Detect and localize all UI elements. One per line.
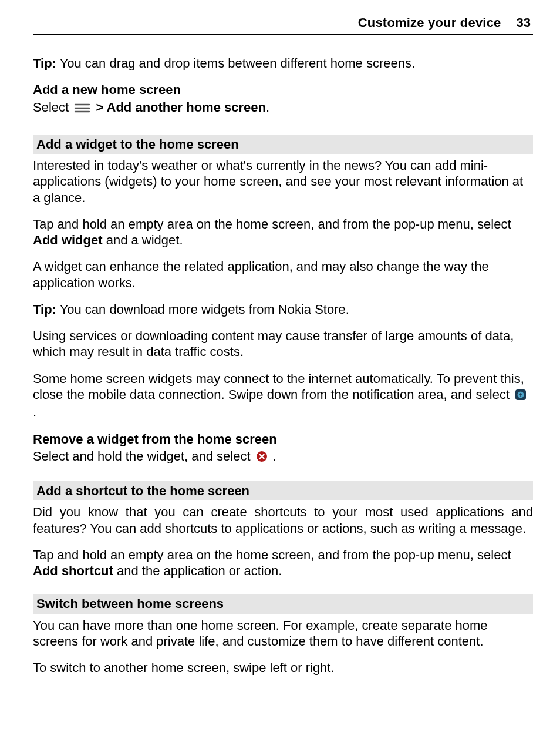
header-title: Customize your device (358, 15, 501, 31)
header-page-number: 33 (517, 15, 531, 31)
menu-item-add-another: Add another home screen (107, 100, 266, 115)
add-widget-intro: Interested in today's weather or what's … (33, 157, 533, 206)
document-page: Customize your device 33 Tip: You can dr… (0, 0, 560, 710)
select-text: Select (33, 100, 72, 115)
step-pre: Tap and hold an empty area on the home s… (33, 547, 511, 562)
tip-text: You can drag and drop items between diff… (56, 56, 415, 70)
add-widget-enhance: A widget can enhance the related applica… (33, 258, 533, 291)
tip-text: You can download more widgets from Nokia… (56, 302, 349, 317)
heading-remove-widget: Remove a widget from the home screen (33, 431, 533, 447)
add-widget-auto-connect: Some home screen widgets may connect to … (33, 371, 533, 421)
mobile-data-icon (515, 388, 527, 404)
page-header: Customize your device 33 (33, 15, 533, 35)
add-widget-data-note: Using services or downloading content ma… (33, 328, 533, 360)
switch-screens-swipe: To switch to another home screen, swipe … (33, 660, 533, 676)
heading-add-home-screen: Add a new home screen (33, 82, 533, 98)
add-widget-tip: Tip: You can download more widgets from … (33, 301, 533, 317)
body: Tip: You can drag and drop items between… (33, 55, 533, 676)
auto-post: . (33, 405, 36, 419)
add-widget-step: Tap and hold an empty area on the home s… (33, 216, 533, 248)
add-shortcut-intro: Did you know that you can create shortcu… (33, 504, 533, 536)
step-bold: Add shortcut (33, 563, 113, 578)
add-shortcut-step: Tap and hold an empty area on the home s… (33, 547, 533, 579)
remove-pre: Select and hold the widget, and select (33, 449, 254, 463)
step-pre: Tap and hold an empty area on the home s… (33, 217, 511, 231)
step-bold: Add widget (33, 233, 103, 247)
add-home-screen-instruction: Select > Add another home screen. (33, 99, 533, 117)
tip-label: Tip: (33, 56, 56, 70)
menu-lines-icon (74, 101, 90, 117)
auto-pre: Some home screen widgets may connect to … (33, 371, 524, 402)
switch-screens-intro: You can have more than one home screen. … (33, 617, 533, 650)
step-post: and a widget. (103, 233, 183, 247)
tip-drag-drop: Tip: You can drag and drop items between… (33, 55, 533, 71)
remove-post: . (269, 449, 276, 463)
arrow-separator: > (92, 100, 106, 115)
section-switch-screens: Switch between home screens (33, 594, 533, 613)
tip-label: Tip: (33, 302, 56, 317)
section-add-shortcut: Add a shortcut to the home screen (33, 481, 533, 500)
remove-widget-instruction: Select and hold the widget, and select . (33, 448, 533, 466)
period: . (266, 100, 269, 115)
step-post: and the application or action. (113, 563, 282, 578)
close-x-icon (256, 450, 268, 466)
section-add-widget: Add a widget to the home screen (33, 135, 533, 154)
